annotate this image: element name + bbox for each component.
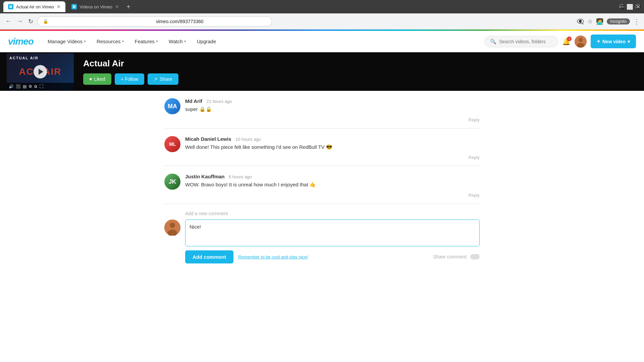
new-video-button[interactable]: + New video ▾ [591,35,636,48]
svg-point-4 [170,223,175,228]
nav-features-chevron: ▾ [156,39,158,44]
new-comment-row: Nice! [164,220,480,246]
nav-resources[interactable]: Resources ▾ [92,36,129,47]
lock-icon: 🔒 [43,19,153,24]
close-window-button[interactable]: ✕ [635,4,641,9]
reply-button-3[interactable]: Reply [469,193,480,198]
nav-upgrade[interactable]: Upgrade [192,36,221,47]
comment-1-author: Md Arif [185,98,202,104]
forward-button[interactable]: → [15,16,24,26]
heart-icon: ♥ [89,76,92,82]
tab1-title: Actual Air on Vimeo [16,4,54,9]
liked-button[interactable]: ♥ Liked [83,73,111,85]
nav-features[interactable]: Features ▾ [130,36,163,47]
nav-manage-label: Manage Videos [48,39,83,44]
video-actions: ♥ Liked + Follow ↗ Share [83,73,178,85]
toolbar-icons: 👁‍🗨 ☆ 🧑‍💻 Incognito ⋮ [577,17,640,25]
nav-watch[interactable]: Watch ▾ [164,36,191,47]
incognito-badge: Incognito [607,18,630,24]
notification-badge: 1 [567,37,572,41]
follow-label: Follow [125,76,138,82]
reply-button-2[interactable]: Reply [469,155,480,160]
user-avatar[interactable] [575,36,587,48]
browser-frame: Actual Air on Vimeo ✕ Videos on Vimeo ✕ … [0,0,644,29]
url-text: vimeo.com/893773360 [156,19,266,24]
play-button[interactable] [34,65,47,78]
nav-watch-label: Watch [169,39,183,44]
notifications-button[interactable]: 🔔 1 [562,38,571,46]
nav-resources-label: Resources [97,39,121,44]
browser-titlebar: Actual Air on Vimeo ✕ Videos on Vimeo ✕ … [0,0,644,13]
more-options-icon[interactable]: ⋮ [633,17,640,25]
search-input[interactable] [499,39,546,44]
search-box[interactable]: 🔍 [484,36,558,47]
tab2-title: Videos on Vimeo [79,4,112,9]
comment-3-avatar: JK [164,174,180,190]
subtitles-icon[interactable]: ⬛ [16,84,21,89]
minimize-button[interactable]: — [619,4,625,9]
comment-2-author: Micah Daniel Lewis [185,136,231,142]
bookmark-icon[interactable]: ☆ [587,18,593,25]
tab1-close-icon[interactable]: ✕ [57,4,61,9]
share-icon: ↗ [154,76,158,82]
browser-tab-active[interactable]: Actual Air on Vimeo ✕ [3,1,65,12]
nav-manage-chevron: ▾ [84,39,86,44]
comment-3-time: 6 hours ago [229,174,252,179]
comment-item: JK Justin Kauffman 6 hours ago WOW. Brav… [164,166,480,204]
browser-tab-inactive[interactable]: Videos on Vimeo ✕ [67,1,124,12]
app-header: vimeo Manage Videos ▾ Resources ▾ Featur… [0,31,644,52]
share-toggle-button[interactable] [470,254,480,259]
comment-2-content: Micah Daniel Lewis 10 hours ago Well don… [185,136,480,166]
maximize-button[interactable]: ⬜ [627,4,633,9]
cool-reminder-link[interactable]: Remember to be cool and play nice! [238,254,308,259]
liked-label: Liked [94,76,105,82]
share-button[interactable]: ↗ Share [148,73,178,85]
comment-1-avatar: MA [164,98,180,114]
video-hero: AC AIR ACTUAL AIR 🔊 ⬛ ▤ ⚙ ⧉ ⛶ Actual Air… [0,52,644,91]
comment-2-time: 10 hours ago [235,137,261,142]
vimeo-favicon-1 [8,4,13,9]
video-thumbnail[interactable]: AC AIR ACTUAL AIR 🔊 ⬛ ▤ ⚙ ⧉ ⛶ [7,53,74,90]
comment-1-content: Md Arif 21 hours ago super 🔒🔒 Reply [185,98,480,128]
vimeo-favicon-2 [71,4,77,9]
new-tab-button[interactable]: + [126,3,130,11]
chapters-icon[interactable]: ▤ [23,84,26,89]
follow-plus-icon: + [121,76,123,82]
nav-features-label: Features [135,39,155,44]
svg-point-1 [579,38,583,42]
video-title: Actual Air [83,58,178,69]
add-comment-button[interactable]: Add comment [185,250,233,263]
comment-3-content: Justin Kauffman 6 hours ago WOW. Bravo b… [185,174,480,203]
comment-item: ML Micah Daniel Lewis 10 hours ago Well … [164,129,480,166]
window-controls: — ⬜ ✕ [619,4,641,9]
comment-actions: Add comment Remember to be cool and play… [185,250,480,263]
comment-1-time: 21 hours ago [207,99,232,104]
fullscreen-icon[interactable]: ⛶ [39,84,43,89]
pip-icon[interactable]: ⧉ [34,84,37,89]
new-video-label: New video [602,39,626,44]
settings-icon[interactable]: ⚙ [29,84,32,89]
vimeo-logo[interactable]: vimeo [8,36,34,47]
reply-button-1[interactable]: Reply [469,117,480,122]
reload-button[interactable]: ↻ [27,16,35,26]
comment-input[interactable]: Nice! [185,220,480,246]
video-info: Actual Air ♥ Liked + Follow ↗ Share [83,58,178,85]
tab2-close-icon[interactable]: ✕ [115,4,119,9]
nav-manage-videos[interactable]: Manage Videos ▾ [43,36,91,47]
address-bar[interactable]: 🔒 vimeo.com/893773360 [37,16,272,26]
comment-1-text: super 🔒🔒 [185,106,480,113]
follow-button[interactable]: + Follow [115,73,145,85]
comment-2-avatar: ML [164,136,180,152]
plus-icon: + [597,38,600,45]
header-right: 🔍 🔔 1 + New video ▾ [484,35,636,48]
comments-section: MA Md Arif 21 hours ago super 🔒🔒 Reply M… [158,91,486,270]
back-button[interactable]: ← [4,16,13,26]
browser-toolbar: ← → ↻ 🔒 vimeo.com/893773360 👁‍🗨 ☆ 🧑‍💻 In… [0,13,644,29]
profile-icon[interactable]: 🧑‍💻 [596,18,603,25]
comment-3-author: Justin Kauffman [185,174,225,179]
main-nav: Manage Videos ▾ Resources ▾ Features ▾ W… [43,36,221,47]
comment-2-reply-area: Reply [185,151,480,166]
volume-icon[interactable]: 🔊 [9,84,14,89]
comment-item: MA Md Arif 21 hours ago super 🔒🔒 Reply [164,91,480,128]
search-icon: 🔍 [490,39,496,45]
